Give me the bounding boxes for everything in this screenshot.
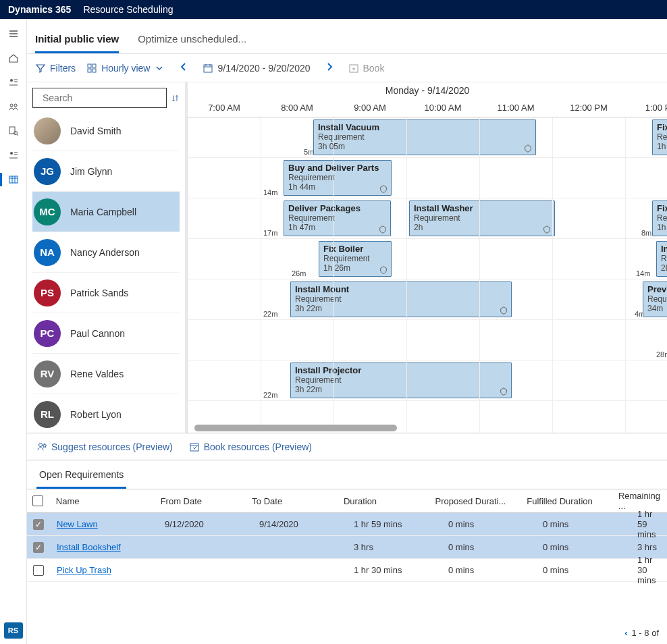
- view-tabs: Initial public view Optimize unscheduled…: [27, 19, 667, 54]
- calendar-icon: [203, 63, 213, 74]
- date-range-picker[interactable]: 9/14/2020 - 9/20/2020: [203, 63, 310, 74]
- booking-title: Prevent...: [647, 284, 667, 294]
- page-prev-button[interactable]: ‹: [624, 628, 627, 638]
- hamburger-icon[interactable]: [3, 23, 24, 45]
- booking-block[interactable]: Prevent...Requirement34m: [643, 281, 667, 317]
- travel-time-label: 14m: [263, 188, 277, 196]
- people-list2-icon[interactable]: [3, 144, 24, 166]
- resource-row[interactable]: RVRene Valdes: [32, 354, 180, 394]
- search-input-wrapper[interactable]: [32, 88, 167, 108]
- cell-proposed: 0 mins: [442, 565, 536, 575]
- travel-time-label: 28m: [656, 350, 667, 358]
- booking-block[interactable]: Install SinkRequirement2h 14m: [656, 241, 667, 277]
- table-row[interactable]: Install Bookshelf3 hrs0 mins0 mins3 hrs: [27, 536, 667, 559]
- people-icon[interactable]: [3, 96, 24, 117]
- col-proposed[interactable]: Proposed Durati...: [429, 496, 521, 506]
- booking-block[interactable]: Install MountRequirement3h 22m: [290, 281, 512, 317]
- col-to[interactable]: To Date: [245, 496, 337, 506]
- resource-name: Rene Valdes: [70, 369, 124, 379]
- tab-optimize-unscheduled[interactable]: Optimize unscheduled...: [138, 33, 246, 53]
- booking-subtitle: Requirement: [295, 294, 507, 304]
- book-resources-button[interactable]: Book resources (Preview): [189, 441, 312, 452]
- resource-row[interactable]: JGJim Glynn: [32, 151, 180, 192]
- booking-duration: 3h 22m: [295, 304, 507, 313]
- booking-block[interactable]: Install VacuumRequirement3h 05m: [313, 119, 536, 155]
- resource-name: Robert Lyon: [70, 409, 122, 420]
- time-column-header: 11:00 AM: [479, 99, 552, 117]
- suggest-resources-button[interactable]: Suggest resources (Preview): [36, 441, 173, 452]
- row-checkbox[interactable]: [27, 519, 50, 530]
- resource-row[interactable]: David Smith: [32, 111, 180, 151]
- home-icon[interactable]: [3, 47, 24, 69]
- booking-block[interactable]: Deliver PackagesRequirement1h 47m: [284, 200, 391, 236]
- booking-block[interactable]: Fix WasherRequirement1h 03m: [652, 119, 667, 155]
- booking-title: Install Vacuum: [318, 122, 531, 132]
- avatar: PS: [34, 279, 61, 306]
- row-checkbox[interactable]: [27, 565, 50, 576]
- search-input[interactable]: [43, 92, 161, 103]
- time-column-header: 10:00 AM: [406, 99, 479, 117]
- svg-rect-15: [190, 444, 198, 451]
- travel-time-label: 14m: [636, 269, 650, 277]
- timeline-row[interactable]: 14mBuy and Deliver PartsRequirement1h 44…: [188, 158, 667, 198]
- timeline-row[interactable]: 28m: [188, 320, 667, 360]
- col-from[interactable]: From Date: [154, 496, 246, 506]
- booking-title: Fix Boiler: [323, 244, 387, 254]
- booking-block[interactable]: Install ProjectorRequirement3h 22m: [290, 363, 512, 398]
- nav-user-badge[interactable]: RS: [4, 622, 23, 639]
- select-all-checkbox[interactable]: [27, 495, 49, 506]
- table-row[interactable]: Pick Up Trash1 hr 30 mins0 mins0 mins1 h…: [27, 559, 667, 582]
- resource-name: Jim Glynn: [70, 166, 112, 177]
- timeline-row[interactable]: 17mDeliver PackagesRequirement1h 47mInst…: [188, 198, 667, 239]
- brand: Dynamics 365: [8, 4, 71, 15]
- table-row[interactable]: New Lawn9/12/20209/14/20201 hr 59 mins0 …: [27, 513, 667, 536]
- svg-point-14: [39, 443, 43, 446]
- timeline-row[interactable]: 22mInstall MountRequirement3h 22m4mPreve…: [188, 279, 667, 320]
- booking-block[interactable]: Fix BoilerRequirement1h 26m: [319, 241, 392, 277]
- people-list-icon[interactable]: [3, 72, 24, 93]
- date-next-button[interactable]: [321, 59, 338, 77]
- resource-row[interactable]: PSPatrick Sands: [32, 273, 180, 313]
- cell-proposed: 0 mins: [442, 542, 536, 552]
- cell-fulfilled: 0 mins: [536, 519, 631, 529]
- timeline-row[interactable]: 26mFix BoilerRequirement1h 26m14mInstall…: [188, 239, 667, 279]
- actions-bar: Suggest resources (Preview) Book resourc…: [27, 433, 667, 460]
- booking-block[interactable]: Fix EngineRequirement1h 08m: [652, 200, 667, 236]
- horizontal-scrollbar[interactable]: [194, 425, 383, 431]
- filters-button[interactable]: Filters: [35, 63, 76, 74]
- topbar: Dynamics 365 Resource Scheduling: [0, 0, 667, 19]
- requirement-link[interactable]: New Lawn: [57, 519, 98, 529]
- travel-time-label: 5m: [304, 148, 314, 156]
- requirement-link[interactable]: Pick Up Trash: [57, 565, 111, 575]
- view-mode-dropdown[interactable]: Hourly view: [86, 63, 165, 74]
- row-checkbox[interactable]: [27, 542, 50, 553]
- booking-subtitle: Requirement: [288, 213, 386, 223]
- resource-row[interactable]: MCMaria Campbell: [32, 192, 180, 232]
- resource-row[interactable]: RLRobert Lyon: [32, 394, 180, 433]
- booking-duration: 2h 14m: [661, 263, 667, 273]
- resource-search-icon[interactable]: [3, 120, 24, 142]
- svg-point-0: [10, 79, 13, 82]
- tab-initial-view[interactable]: Initial public view: [35, 33, 119, 53]
- tab-open-requirements[interactable]: Open Requirements: [36, 462, 126, 489]
- timeline-row[interactable]: 22mInstall ProjectorRequirement3h 22m: [188, 360, 667, 401]
- schedule-board-icon[interactable]: [3, 169, 24, 190]
- resource-row[interactable]: PCPaul Cannon: [32, 313, 180, 354]
- requirement-link[interactable]: Install Bookshelf: [57, 542, 121, 552]
- col-name[interactable]: Name: [49, 496, 154, 506]
- resource-row[interactable]: NANancy Anderson: [32, 232, 180, 273]
- col-remaining[interactable]: Remaining ...: [612, 491, 667, 511]
- sort-button[interactable]: [171, 90, 180, 106]
- timeline-row[interactable]: 5mInstall VacuumRequirement3h 05mFix Was…: [188, 117, 667, 158]
- date-range-label: 9/14/2020 - 9/20/2020: [217, 63, 310, 74]
- booking-block[interactable]: Install WasherRequirement2h: [409, 200, 555, 236]
- booking-duration: 1h 44m: [288, 182, 387, 192]
- col-duration[interactable]: Duration: [337, 496, 429, 506]
- view-mode-label: Hourly view: [101, 63, 150, 74]
- col-fulfilled[interactable]: Fulfilled Duration: [520, 496, 612, 506]
- date-prev-button[interactable]: [176, 59, 192, 77]
- cell-remaining: 1 hr 30 mins: [631, 555, 667, 585]
- book-label: Book: [363, 63, 385, 74]
- booking-block[interactable]: Buy and Deliver PartsRequirement1h 44m: [284, 160, 392, 196]
- scrollbar-thumb[interactable]: [194, 425, 397, 431]
